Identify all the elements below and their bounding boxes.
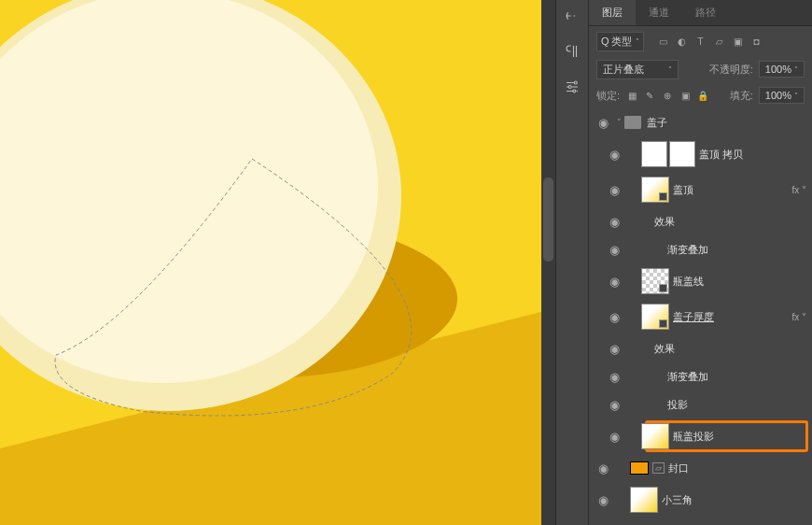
layer-thumbnail: [641, 177, 669, 203]
fx-row[interactable]: ◉ 投影: [589, 390, 812, 419]
chevron-down-icon: ˅: [636, 37, 639, 46]
lock-transparency-icon[interactable]: ▦: [625, 89, 638, 102]
visibility-toggle[interactable]: ◉: [600, 430, 628, 444]
visibility-toggle[interactable]: ◉: [600, 342, 628, 356]
filter-smart-icon[interactable]: ▣: [732, 35, 745, 48]
visibility-toggle[interactable]: ◉: [600, 215, 628, 229]
visibility-toggle[interactable]: ◉: [600, 148, 628, 162]
opacity-input[interactable]: 100% ˅: [759, 61, 805, 78]
fx-head: 效果: [654, 342, 806, 356]
filter-type-select[interactable]: Q 类型 ˅: [596, 32, 644, 51]
layer-item[interactable]: ◉ 盖顶 fx ˅: [589, 172, 812, 207]
visibility-toggle[interactable]: ◉: [600, 243, 628, 257]
canvas-content: [0, 0, 555, 525]
fx-row[interactable]: ◉ 效果: [589, 207, 812, 235]
layers-list: ◉ ˅ 盖子 ◉ 盖顶 拷贝 ◉ 盖顶 fx ˅ ◉ 效果 ◉ 渐变叠加 ◉ 瓶…: [589, 108, 812, 525]
svg-point-7: [573, 90, 576, 92]
visibility-toggle[interactable]: ◉: [589, 116, 617, 130]
visibility-toggle[interactable]: ◉: [589, 461, 617, 475]
layer-name: 盖子厚度: [673, 310, 791, 324]
layers-panel: 图层 通道 路径 Q 类型 ˅ ▭ ◐ T ▱ ▣ ◘ 正片叠底 ˅ 不透明度:…: [588, 0, 812, 525]
layer-name: 封口: [668, 461, 806, 475]
tab-channels[interactable]: 通道: [636, 0, 682, 25]
lock-row: 锁定: ▦ ✎ ⊕ ▣ 🔒 填充: 100% ˅: [589, 82, 812, 108]
tab-paths[interactable]: 路径: [682, 0, 729, 25]
blend-mode-select[interactable]: 正片叠底 ˅: [596, 60, 679, 79]
layer-filter-row: Q 类型 ˅ ▭ ◐ T ▱ ▣ ◘: [589, 26, 812, 56]
scrollbar-thumb[interactable]: [543, 177, 553, 262]
layer-name: 盖子: [647, 116, 806, 130]
lock-move-icon[interactable]: ⊕: [661, 89, 674, 102]
layer-thumbnail: [641, 423, 669, 449]
fx-row[interactable]: ◉ 渐变叠加: [589, 362, 812, 390]
filter-artboard-icon[interactable]: ◘: [750, 35, 763, 48]
layer-name: 瓶盖线: [673, 275, 806, 289]
shape-icon: ▱: [652, 462, 665, 474]
tab-layers[interactable]: 图层: [589, 0, 636, 25]
visibility-toggle[interactable]: ◉: [600, 370, 628, 384]
layer-name: 盖顶 拷贝: [699, 148, 806, 162]
vertical-scrollbar[interactable]: [541, 0, 555, 525]
filter-type-label: 类型: [611, 35, 632, 49]
fx-item: 渐变叠加: [667, 243, 806, 257]
layer-item[interactable]: ◉ 小三角: [589, 482, 812, 518]
layer-item-selected[interactable]: ◉ 瓶盖投影: [589, 419, 812, 454]
lock-label: 锁定:: [596, 89, 620, 103]
reveal-icon[interactable]: [564, 7, 581, 26]
collapsed-panels: [555, 0, 588, 525]
blend-row: 正片叠底 ˅ 不透明度: 100% ˅: [589, 56, 812, 82]
visibility-toggle[interactable]: ◉: [600, 310, 628, 324]
layer-thumbnail: [641, 304, 669, 330]
layer-item[interactable]: ◉ 瓶盖线: [589, 263, 812, 299]
layer-item[interactable]: ◉ 盖顶 拷贝: [589, 136, 812, 172]
filter-adjust-icon[interactable]: ◐: [676, 35, 689, 48]
lock-icons: ▦ ✎ ⊕ ▣ 🔒: [625, 89, 709, 102]
adjustments-icon[interactable]: [564, 78, 581, 97]
group-toggle-icon[interactable]: ˅: [617, 118, 622, 127]
layer-thumbnail: [641, 141, 695, 167]
lock-all-icon[interactable]: 🔒: [696, 89, 709, 102]
layer-thumbnail: [641, 268, 669, 294]
filter-shape-icon[interactable]: ▱: [713, 35, 726, 48]
folder-icon: [624, 116, 641, 129]
fx-item: 投影: [667, 398, 806, 412]
chevron-down-icon: ˅: [794, 92, 798, 100]
visibility-toggle[interactable]: ◉: [600, 275, 628, 289]
paragraph-icon[interactable]: [564, 43, 581, 62]
search-icon: Q: [601, 35, 609, 47]
svg-point-6: [568, 86, 571, 89]
visibility-toggle[interactable]: ◉: [600, 183, 628, 197]
fill-input[interactable]: 100% ˅: [759, 87, 805, 104]
blend-mode-label: 正片叠底: [603, 63, 644, 77]
fx-toggle[interactable]: fx ˅: [791, 312, 806, 322]
fill-value: 100%: [765, 90, 791, 101]
opacity-label: 不透明度:: [709, 63, 753, 77]
layer-thumbnail: [630, 487, 658, 513]
fx-row[interactable]: ◉ 渐变叠加: [589, 235, 812, 263]
filter-text-icon[interactable]: T: [694, 35, 707, 48]
layer-item[interactable]: ◉ ▱ 封口: [589, 454, 812, 482]
visibility-toggle[interactable]: ◉: [589, 493, 617, 507]
chevron-down-icon: ˅: [668, 65, 672, 74]
fx-row[interactable]: ◉ 效果: [589, 334, 812, 362]
layer-group[interactable]: ◉ ˅ 盖子: [589, 108, 812, 136]
fill-label: 填充:: [730, 89, 753, 103]
chevron-down-icon: ˅: [794, 65, 798, 74]
opacity-value: 100%: [765, 64, 791, 75]
layer-name: 瓶盖投影: [673, 430, 806, 444]
lock-brush-icon[interactable]: ✎: [643, 89, 656, 102]
canvas-area[interactable]: [0, 0, 555, 525]
fx-toggle[interactable]: fx ˅: [791, 185, 806, 195]
svg-point-5: [574, 81, 577, 84]
layer-item[interactable]: ◉ 盖子厚度 fx ˅: [589, 299, 812, 334]
filter-icons: ▭ ◐ T ▱ ▣ ◘: [657, 35, 763, 48]
filter-pixel-icon[interactable]: ▭: [657, 35, 670, 48]
fx-head: 效果: [654, 215, 806, 229]
layer-name: 小三角: [662, 493, 806, 507]
layer-name: 盖顶: [673, 183, 791, 197]
visibility-toggle[interactable]: ◉: [600, 398, 628, 412]
shape-swatch: [630, 461, 649, 475]
panel-tabs: 图层 通道 路径: [589, 0, 812, 26]
fx-item: 渐变叠加: [667, 370, 806, 384]
lock-artboard-icon[interactable]: ▣: [679, 89, 692, 102]
